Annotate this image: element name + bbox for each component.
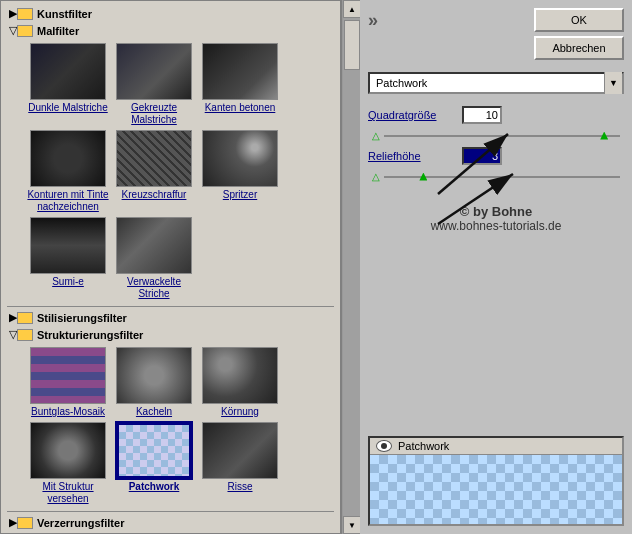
dropdown-arrow-icon[interactable]: ▼: [604, 72, 622, 94]
dropdown-value: Patchwork: [370, 77, 604, 89]
name-spritzer: Spritzer: [223, 189, 257, 201]
category-zeichenfilter[interactable]: ▶ Zeichenfilter: [3, 531, 338, 533]
category-stilisierungsfilter[interactable]: ▶ Stilisierungsfilter: [3, 309, 338, 326]
thumb-kreuzschraffur: [116, 130, 192, 187]
name-dunkle: Dunkle Malstriche: [28, 102, 107, 114]
filter-item-dunkle[interactable]: Dunkle Malstriche: [27, 43, 109, 126]
filter-item-verwackelte[interactable]: Verwackelte Striche: [113, 217, 195, 300]
arrow-strukturierungsfilter: ▽: [9, 328, 17, 341]
name-kreuzschraffur: Kreuzschraffur: [122, 189, 187, 201]
filter-item-kreuzschraffur[interactable]: Kreuzschraffur: [113, 130, 195, 213]
category-kunstfilter[interactable]: ▶ Kunstfilter: [3, 5, 338, 22]
filter-item-mitstruktur[interactable]: Mit Struktur versehen: [27, 422, 109, 505]
filter-item-patchwork[interactable]: Patchwork: [113, 422, 195, 505]
top-section: » OK Abbrechen: [368, 8, 624, 60]
thumb-konturen: [30, 130, 106, 187]
strukturierungsfilter-grid: Buntglas-Mosaik Kacheln Körnung Mit Stru…: [3, 343, 338, 509]
name-patchwork: Patchwork: [129, 481, 180, 493]
category-verzerrungsfilter[interactable]: ▶ Verzerrungsfilter: [3, 514, 338, 531]
scroll-thumb[interactable]: [344, 20, 360, 70]
name-mitstruktur: Mit Struktur versehen: [27, 481, 109, 505]
filter-item-sumie[interactable]: Sumi-e: [27, 217, 109, 300]
malfilter-grid: Dunkle Malstriche Gekreuzte Malstriche K…: [3, 39, 338, 304]
cancel-button[interactable]: Abbrechen: [534, 36, 624, 60]
preview-content: [370, 455, 622, 524]
thumb-dunkle: [30, 43, 106, 100]
filter-dropdown[interactable]: Patchwork ▼: [368, 72, 624, 94]
scroll-down-button[interactable]: ▼: [343, 516, 361, 534]
annotation-area: © by Bohne www.bohnes-tutorials.de: [368, 194, 624, 254]
thumb-kornung: [202, 347, 278, 404]
arrow-kunstfilter: ▶: [9, 7, 17, 20]
name-kornung: Körnung: [221, 406, 259, 418]
arrow-stilisierungsfilter: ▶: [9, 311, 17, 324]
preview-header: Patchwork: [370, 438, 622, 455]
name-kanten: Kanten betonen: [205, 102, 276, 114]
left-panel-wrapper: ▶ Kunstfilter ▽ Malfilter Dunkle Malstri…: [0, 0, 360, 534]
label-verzerrungsfilter: Verzerrungsfilter: [37, 517, 124, 529]
thumb-patchwork: [116, 422, 192, 479]
name-risse: Risse: [227, 481, 252, 493]
main-container: ▶ Kunstfilter ▽ Malfilter Dunkle Malstri…: [0, 0, 632, 534]
filter-item-gekreuzte[interactable]: Gekreuzte Malstriche: [113, 43, 195, 126]
filter-item-kacheln[interactable]: Kacheln: [113, 347, 195, 418]
preview-title: Patchwork: [398, 440, 449, 452]
filter-item-spritzer[interactable]: Spritzer: [199, 130, 281, 213]
thumb-sumie: [30, 217, 106, 274]
thumb-gekreuzte: [116, 43, 192, 100]
right-panel: » OK Abbrechen Patchwork ▼ Quadratgröße …: [360, 0, 632, 534]
action-buttons: OK Abbrechen: [534, 8, 624, 60]
label-strukturierungsfilter: Strukturierungsfilter: [37, 329, 143, 341]
filter-item-risse[interactable]: Risse: [199, 422, 281, 505]
pupil: [381, 443, 387, 449]
thumb-buntglas: [30, 347, 106, 404]
ok-button[interactable]: OK: [534, 8, 624, 32]
scroll-track[interactable]: [343, 18, 360, 516]
label-kunstfilter: Kunstfilter: [37, 8, 92, 20]
name-buntglas: Buntglas-Mosaik: [31, 406, 105, 418]
double-arrow-button[interactable]: »: [368, 8, 378, 31]
label-stilisierungsfilter: Stilisierungsfilter: [37, 312, 127, 324]
filter-item-konturen[interactable]: Konturen mit Tinte nachzeichnen: [27, 130, 109, 213]
left-scrollbar[interactable]: ▲ ▼: [342, 0, 360, 534]
arrow-malfilter: ▽: [9, 24, 17, 37]
eye-icon[interactable]: [376, 440, 392, 452]
filter-item-buntglas[interactable]: Buntglas-Mosaik: [27, 347, 109, 418]
name-sumie: Sumi-e: [52, 276, 84, 288]
annotation-arrow-2: [418, 154, 548, 234]
arrow-verzerrungsfilter: ▶: [9, 516, 17, 529]
thumb-risse: [202, 422, 278, 479]
divider-2: [7, 511, 334, 512]
filter-item-kanten[interactable]: Kanten betonen: [199, 43, 281, 126]
thumb-kacheln: [116, 347, 192, 404]
thumb-spritzer: [202, 130, 278, 187]
left-panel: ▶ Kunstfilter ▽ Malfilter Dunkle Malstri…: [0, 0, 342, 534]
name-gekreuzte: Gekreuzte Malstriche: [113, 102, 195, 126]
filter-item-kornung[interactable]: Körnung: [199, 347, 281, 418]
name-kacheln: Kacheln: [136, 406, 172, 418]
thumb-verwackelte: [116, 217, 192, 274]
scroll-up-button[interactable]: ▲: [343, 0, 361, 18]
category-malfilter[interactable]: ▽ Malfilter: [3, 22, 338, 39]
slider-indicator-quadrat: [600, 132, 608, 140]
name-konturen: Konturen mit Tinte nachzeichnen: [27, 189, 109, 213]
slider-thumb-quadrat[interactable]: △: [372, 130, 380, 141]
preview-panel: Patchwork: [368, 436, 624, 526]
filter-scroll-area[interactable]: ▶ Kunstfilter ▽ Malfilter Dunkle Malstri…: [1, 1, 340, 533]
label-malfilter: Malfilter: [37, 25, 79, 37]
divider-1: [7, 306, 334, 307]
slider-thumb-relief[interactable]: △: [372, 171, 380, 182]
thumb-mitstruktur: [30, 422, 106, 479]
thumb-kanten: [202, 43, 278, 100]
name-verwackelte: Verwackelte Striche: [113, 276, 195, 300]
category-strukturierungsfilter[interactable]: ▽ Strukturierungsfilter: [3, 326, 338, 343]
